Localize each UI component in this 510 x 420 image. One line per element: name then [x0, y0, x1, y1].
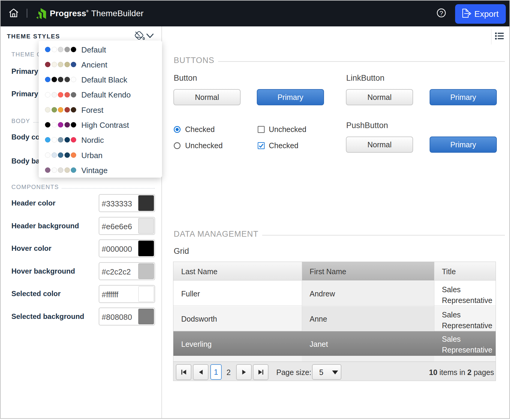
svg-text:?: ?	[440, 10, 443, 16]
